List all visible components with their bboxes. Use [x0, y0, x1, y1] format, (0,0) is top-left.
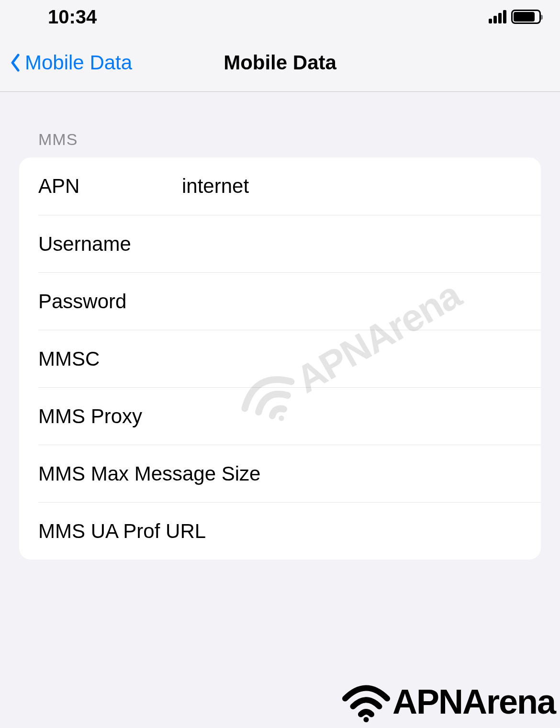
- input-mmsc[interactable]: [182, 347, 541, 370]
- status-bar: 10:34: [0, 0, 560, 34]
- section-header-mms: MMS: [0, 92, 560, 157]
- status-indicators: [489, 10, 541, 24]
- input-username[interactable]: [182, 233, 541, 256]
- row-mms-ua-prof[interactable]: MMS UA Prof URL: [38, 502, 541, 560]
- wifi-icon: [340, 680, 392, 723]
- chevron-left-icon: [10, 53, 21, 72]
- page-title: Mobile Data: [224, 51, 336, 74]
- label-mms-proxy: MMS Proxy: [38, 405, 182, 428]
- mms-settings-card: APN Username Password MMSC MMS Proxy MMS…: [19, 157, 541, 560]
- input-mms-max-size[interactable]: [260, 462, 541, 485]
- label-username: Username: [38, 233, 182, 256]
- watermark-bottom: APNArena: [340, 680, 555, 723]
- label-mms-max-size: MMS Max Message Size: [38, 462, 260, 485]
- navigation-bar: Mobile Data Mobile Data: [0, 34, 560, 92]
- label-password: Password: [38, 290, 182, 313]
- row-password[interactable]: Password: [38, 272, 541, 330]
- row-apn[interactable]: APN: [19, 157, 541, 215]
- label-mmsc: MMSC: [38, 347, 182, 370]
- svg-point-1: [363, 717, 369, 722]
- input-mms-ua-prof[interactable]: [206, 520, 541, 543]
- input-mms-proxy[interactable]: [182, 405, 541, 428]
- label-apn: APN: [38, 175, 182, 198]
- input-apn[interactable]: [182, 175, 541, 198]
- battery-icon: [511, 10, 541, 24]
- status-time: 10:34: [48, 6, 97, 28]
- row-mms-proxy[interactable]: MMS Proxy: [38, 387, 541, 445]
- label-mms-ua-prof: MMS UA Prof URL: [38, 520, 206, 543]
- back-button[interactable]: Mobile Data: [0, 51, 132, 74]
- row-username[interactable]: Username: [38, 215, 541, 272]
- row-mms-max-size[interactable]: MMS Max Message Size: [38, 445, 541, 502]
- watermark-text: APNArena: [392, 682, 555, 721]
- input-password[interactable]: [182, 290, 541, 313]
- back-button-label: Mobile Data: [25, 51, 132, 74]
- row-mmsc[interactable]: MMSC: [38, 330, 541, 387]
- cellular-signal-icon: [489, 10, 506, 23]
